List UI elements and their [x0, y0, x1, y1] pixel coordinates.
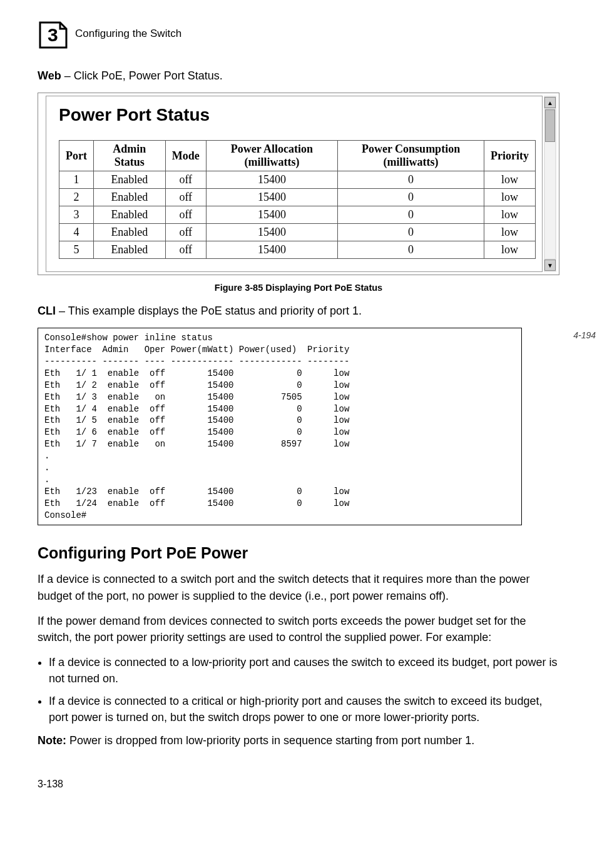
cell-prio: low — [484, 241, 535, 259]
section-title: Configuring the Switch — [75, 28, 181, 40]
col-admin: Admin Status — [93, 141, 165, 171]
cli-intro-text: – This example displays the PoE status a… — [56, 305, 362, 317]
cell-prio: low — [484, 224, 535, 241]
col-consumption: Power Consumption (milliwatts) — [338, 141, 484, 171]
table-row: 5Enabledoff154000low — [59, 241, 536, 259]
table-row: 2Enabledoff154000low — [59, 189, 536, 206]
table-row: 4Enabledoff154000low — [59, 224, 536, 241]
cell-port: 5 — [59, 241, 94, 259]
note-text: Power is dropped from low-priority ports… — [66, 734, 474, 747]
cell-alloc: 15400 — [206, 224, 337, 241]
figure-caption: Figure 3-85 Displaying Port PoE Status — [38, 283, 559, 293]
cell-port: 4 — [59, 224, 94, 241]
cell-port: 3 — [59, 206, 94, 224]
panel-title: Power Port Status — [59, 105, 536, 125]
note-line: Note: Power is dropped from low-priority… — [38, 734, 559, 747]
paragraph-2: If the power demand from devices connect… — [38, 613, 559, 645]
page-number: 3-138 — [38, 779, 559, 790]
scroll-down-icon[interactable]: ▼ — [544, 260, 556, 271]
cell-mode: off — [165, 189, 206, 206]
screenshot-content: Power Port Status Port Admin Status Mode… — [46, 96, 543, 272]
cell-mode: off — [165, 206, 206, 224]
bullet-list: If a device is connected to a low-priori… — [38, 654, 559, 725]
cli-page-ref: 4-194 — [573, 330, 596, 340]
col-mode: Mode — [165, 141, 206, 171]
col-port: Port — [59, 141, 94, 171]
col-priority: Priority — [484, 141, 535, 171]
cell-cons: 0 — [338, 224, 484, 241]
cell-prio: low — [484, 189, 535, 206]
cell-admin: Enabled — [93, 241, 165, 259]
cell-admin: Enabled — [93, 206, 165, 224]
paragraph-1: If a device is connected to a switch por… — [38, 571, 559, 603]
cell-alloc: 15400 — [206, 189, 337, 206]
chapter-number: 3 — [48, 24, 58, 45]
scroll-track[interactable] — [545, 109, 555, 258]
cell-mode: off — [165, 224, 206, 241]
screenshot-frame: Power Port Status Port Admin Status Mode… — [38, 93, 559, 275]
list-item: If a device is connected to a critical o… — [49, 693, 559, 725]
table-row: 1Enabledoff154000low — [59, 171, 536, 189]
note-label: Note: — [38, 734, 66, 747]
cell-prio: low — [484, 171, 535, 189]
cell-alloc: 15400 — [206, 241, 337, 259]
cli-text: Console#show power inline status Interfa… — [44, 333, 349, 520]
web-label: Web — [38, 69, 61, 82]
cli-label: CLI — [38, 305, 56, 317]
list-item: If a device is connected to a low-priori… — [49, 654, 559, 687]
section-heading: Configuring Port PoE Power — [38, 544, 559, 562]
cell-admin: Enabled — [93, 224, 165, 241]
chapter-icon: 3 — [38, 19, 69, 49]
scroll-up-icon[interactable]: ▲ — [544, 97, 556, 108]
scroll-thumb[interactable] — [545, 109, 555, 142]
cell-port: 2 — [59, 189, 94, 206]
cli-intro: CLI – This example displays the PoE stat… — [38, 303, 559, 319]
table-row: 3Enabledoff154000low — [59, 206, 536, 224]
cli-output: Console#show power inline status Interfa… — [38, 328, 522, 525]
cell-port: 1 — [59, 171, 94, 189]
cell-cons: 0 — [338, 171, 484, 189]
cell-alloc: 15400 — [206, 206, 337, 224]
cell-cons: 0 — [338, 189, 484, 206]
page-header: 3 Configuring the Switch — [38, 19, 559, 49]
cell-cons: 0 — [338, 206, 484, 224]
col-alloc: Power Allocation (milliwatts) — [206, 141, 337, 171]
scrollbar[interactable]: ▲ ▼ — [544, 96, 556, 272]
cell-prio: low — [484, 206, 535, 224]
cell-admin: Enabled — [93, 189, 165, 206]
port-status-table: Port Admin Status Mode Power Allocation … — [59, 140, 536, 259]
cell-admin: Enabled — [93, 171, 165, 189]
web-instruction: Web – Click PoE, Power Port Status. — [38, 68, 559, 84]
web-text: – Click PoE, Power Port Status. — [61, 69, 223, 82]
cell-alloc: 15400 — [206, 171, 337, 189]
cell-mode: off — [165, 171, 206, 189]
cell-cons: 0 — [338, 241, 484, 259]
cell-mode: off — [165, 241, 206, 259]
